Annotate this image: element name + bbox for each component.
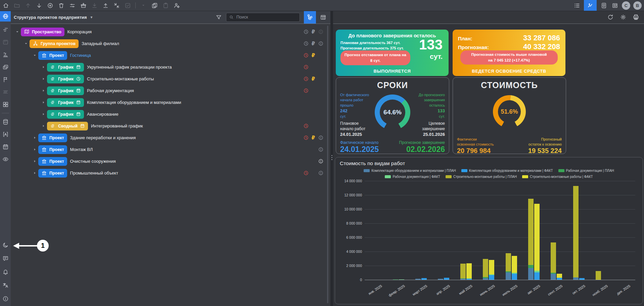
bar-segment[interactable] — [483, 278, 488, 280]
bar-segment[interactable] — [528, 265, 534, 268]
bar-segment[interactable] — [512, 256, 517, 273]
filter-button[interactable] — [216, 14, 222, 21]
database-button[interactable] — [0, 116, 11, 128]
caret-right-icon[interactable] — [40, 89, 47, 92]
bar-segment[interactable] — [438, 279, 443, 280]
tree-row[interactable]: ГрафикУкрупненный график реализации прое… — [11, 61, 330, 73]
caret-right-icon[interactable] — [40, 77, 47, 81]
bar-segment[interactable] — [415, 279, 421, 280]
bar-segment[interactable] — [528, 199, 534, 265]
caret-right-icon[interactable] — [40, 65, 47, 69]
info-button[interactable] — [0, 292, 11, 305]
arrow-down-button[interactable] — [35, 1, 43, 9]
bar-segment[interactable] — [573, 277, 579, 280]
caret-right-icon[interactable] — [40, 124, 47, 128]
bar-segment[interactable] — [421, 278, 427, 280]
caret-down-icon[interactable] — [13, 30, 21, 34]
bar-segment[interactable] — [393, 279, 398, 280]
list-view-button[interactable] — [573, 1, 581, 9]
bar-segment[interactable] — [466, 263, 472, 278]
avatar-b[interactable]: B — [633, 1, 642, 10]
bar-segment[interactable] — [460, 264, 466, 278]
calendar-button[interactable] — [0, 141, 11, 153]
search-box[interactable] — [226, 13, 300, 22]
bar-segment[interactable] — [551, 274, 556, 280]
grid-button[interactable] — [0, 98, 11, 111]
chart-bars-button[interactable] — [0, 48, 11, 61]
bar-segment[interactable] — [557, 274, 562, 278]
flag-button[interactable] — [0, 73, 11, 86]
tree-row[interactable]: ПроектГостиница₽ — [11, 49, 330, 61]
bar-segment[interactable] — [489, 274, 494, 275]
tree-row[interactable]: ПроектМонтаж ВЛ — [11, 144, 330, 155]
caret-right-icon[interactable] — [31, 148, 38, 151]
tree-view-selector[interactable]: Структура проектов предприятия ▼ — [11, 15, 93, 20]
passport-button[interactable] — [600, 1, 608, 9]
hierarchy-view-button[interactable] — [304, 11, 316, 24]
table-view-button[interactable] — [320, 14, 326, 21]
tree-row[interactable]: Группа проектовЗападный филиал₽ — [11, 38, 330, 49]
avatar-c[interactable]: C — [622, 1, 630, 10]
bar-segment[interactable] — [596, 271, 601, 280]
bar-segment[interactable] — [466, 278, 472, 279]
bell-button[interactable] — [0, 265, 11, 278]
tree-row[interactable]: СводныйИнтегрированный график — [11, 120, 330, 132]
bar-segment[interactable] — [551, 273, 556, 274]
moon-button[interactable] — [0, 238, 11, 252]
search-input[interactable] — [236, 14, 287, 20]
plus-circle-button[interactable] — [46, 1, 54, 9]
bar-segment[interactable] — [506, 253, 511, 271]
copy-button[interactable] — [150, 1, 158, 9]
bar-segment[interactable] — [573, 186, 579, 277]
bar-segment[interactable] — [557, 278, 562, 280]
bar-segment[interactable] — [460, 278, 466, 279]
sliders-button[interactable] — [68, 1, 76, 9]
home-button[interactable] — [2, 1, 10, 9]
caret-right-icon[interactable] — [31, 171, 38, 175]
tree-row[interactable]: ПространствоКорпорация₽ — [11, 26, 330, 38]
collapse-button[interactable] — [112, 1, 121, 9]
bar-segment[interactable] — [489, 260, 494, 274]
news-button[interactable] — [611, 1, 619, 9]
bar-segment[interactable] — [534, 204, 540, 270]
bar-segment[interactable] — [460, 279, 466, 280]
bar-segment[interactable] — [534, 271, 540, 272]
bar-segment[interactable] — [512, 274, 517, 280]
caret-down-icon[interactable] — [22, 42, 30, 45]
tree-row[interactable]: ГрафикКомплектация оборудованием и матер… — [11, 97, 330, 108]
bar-segment[interactable] — [483, 277, 488, 278]
caret-right-icon[interactable] — [40, 101, 47, 104]
tree-row[interactable]: ПроектЗдание переработки и хранения₽ — [11, 132, 330, 144]
printer-button[interactable] — [633, 14, 639, 21]
tree-row[interactable]: ГрафикСтроительно-монтажные работы₽ — [11, 73, 330, 85]
tree-row[interactable]: ПроектОчистные сооружения — [11, 155, 330, 167]
gantt-button[interactable] — [0, 24, 11, 36]
caret-right-icon[interactable] — [40, 112, 47, 116]
legend-item[interactable]: Комплектация оборудованием и материалами… — [364, 169, 456, 173]
refresh-button[interactable] — [607, 14, 614, 21]
chat-button[interactable] — [0, 252, 11, 265]
legend-item[interactable]: Рабочая документация | ФАКТ — [385, 175, 440, 179]
legend-item[interactable]: Строительно-монтажные работы | ПЛАН — [446, 175, 517, 179]
chart-view-button[interactable] — [584, 0, 597, 11]
bar-segment[interactable] — [506, 272, 511, 280]
folders-button[interactable] — [0, 61, 11, 73]
bar-segment[interactable] — [534, 272, 540, 280]
bar-segment[interactable] — [466, 279, 472, 280]
legend-item[interactable]: Строительно-монтажные работы | ФАКТ — [522, 175, 593, 179]
trash-button[interactable] — [57, 1, 65, 9]
translate-button[interactable] — [0, 278, 11, 292]
legend-item[interactable]: Рабочая документация | ПЛАН — [558, 169, 614, 173]
caret-right-icon[interactable] — [31, 136, 38, 140]
bar-segment[interactable] — [489, 275, 494, 280]
caret-down-icon[interactable] — [31, 53, 38, 57]
tree-row[interactable]: ГрафикРабочая документация — [11, 85, 330, 97]
bar-segment[interactable] — [399, 279, 404, 280]
bar-segment[interactable] — [506, 271, 511, 272]
panel-divider[interactable] — [330, 11, 333, 306]
bar-segment[interactable] — [579, 278, 585, 280]
bar-segment[interactable] — [512, 273, 517, 274]
upload-button[interactable] — [101, 1, 109, 9]
legend-item[interactable]: Комплектация оборудованием и материалами… — [461, 169, 553, 173]
tree-row[interactable]: ГрафикАвансирование — [11, 108, 330, 120]
